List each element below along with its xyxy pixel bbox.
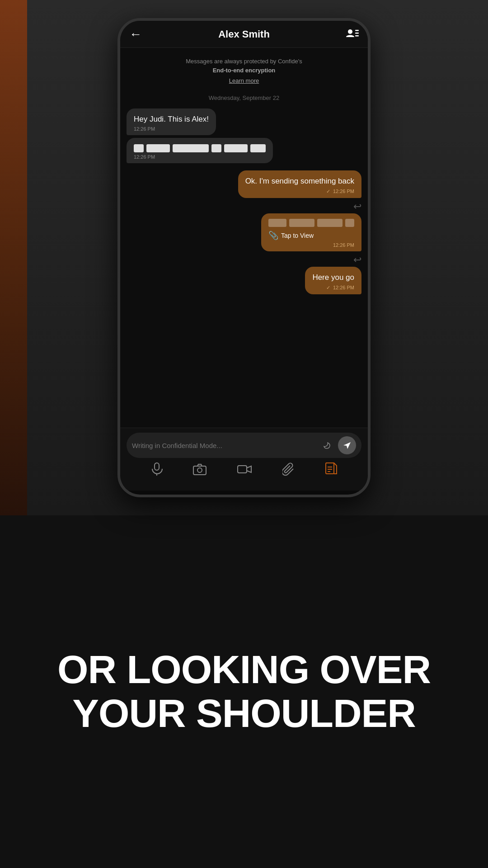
encryption-notice: Messages are always protected by Confide… xyxy=(120,48,368,90)
redacted-brown-3 xyxy=(317,219,343,227)
redacted-block-6 xyxy=(250,144,266,152)
redacted-block-2 xyxy=(146,144,170,152)
redacted-brown-1 xyxy=(268,219,286,227)
redacted-block-1 xyxy=(134,144,144,152)
svg-rect-6 xyxy=(193,466,206,475)
input-row xyxy=(127,433,361,458)
redacted-blocks-incoming xyxy=(134,144,266,152)
contact-name: Alex Smith xyxy=(218,28,270,40)
paperclip-icon: 📎 xyxy=(268,231,278,241)
svg-point-0 xyxy=(348,29,352,34)
attachment-icon[interactable] xyxy=(282,462,295,479)
msg-time-redacted-incoming: 12:26 PM xyxy=(134,154,266,160)
message-outgoing-here: Here you go ✓ 12:26 PM xyxy=(305,267,361,294)
camera-photo-icon[interactable] xyxy=(193,463,206,478)
video-camera-icon[interactable] xyxy=(237,464,252,477)
profile-menu-icon[interactable] xyxy=(346,28,359,40)
tap-to-view-label: Tap to View xyxy=(281,232,314,239)
redacted-brown-4 xyxy=(345,219,354,227)
msg-time-tap: 12:26 PM xyxy=(268,242,354,248)
bottom-section: OR LOOKING OVER YOUR SHOULDER xyxy=(0,515,488,868)
app-background: ← Alex Smith xyxy=(0,0,488,868)
bubble-brown-here: Here you go ✓ 12:26 PM xyxy=(305,267,361,294)
message-incoming-1: Hey Judi. This is Alex! 12:26 PM xyxy=(127,108,216,136)
svg-rect-1 xyxy=(355,30,359,31)
redacted-block-3 xyxy=(173,144,209,152)
tap-to-view-bubble[interactable]: 📎 Tap to View 12:26 PM xyxy=(261,213,361,251)
top-section: ← Alex Smith xyxy=(0,0,488,515)
send-button[interactable] xyxy=(338,436,356,454)
msg-time-here: ✓ 12:26 PM xyxy=(312,285,354,291)
msg-time-outgoing-1: ✓ 12:26 PM xyxy=(245,189,354,194)
confide-file-icon[interactable] xyxy=(325,462,337,479)
back-button[interactable]: ← xyxy=(129,27,142,42)
redacted-blocks-outgoing xyxy=(268,219,354,227)
msg-text-here: Here you go xyxy=(312,272,354,283)
reply-arrow-1: ↩ xyxy=(353,201,361,212)
message-input[interactable] xyxy=(132,442,315,449)
confidential-mode-button[interactable] xyxy=(319,438,334,453)
msg-text-outgoing-1: Ok. I'm sending something back xyxy=(245,176,354,187)
bottom-line1: OR LOOKING OVER xyxy=(57,647,431,692)
redacted-brown-2 xyxy=(289,219,314,227)
bubble-dark-1: Hey Judi. This is Alex! 12:26 PM xyxy=(127,108,216,136)
reply-arrow-2: ↩ xyxy=(353,254,361,266)
svg-rect-3 xyxy=(355,35,359,37)
redacted-bubble-incoming: 12:26 PM xyxy=(127,138,273,163)
svg-rect-8 xyxy=(238,466,247,473)
check-icon-2: ✓ xyxy=(326,285,330,290)
svg-point-7 xyxy=(197,468,202,472)
phone-mockup: ← Alex Smith xyxy=(117,18,371,497)
bottom-line2: YOUR SHOULDER xyxy=(72,691,416,736)
message-outgoing-here-wrapper: ↩ Here you go ✓ 12:26 PM xyxy=(127,254,361,294)
date-separator: Wednesday, September 22 xyxy=(120,94,368,101)
encryption-line2: End-to-end encryption xyxy=(213,67,276,74)
chat-header: ← Alex Smith xyxy=(120,21,368,48)
encryption-line1: Messages are always protected by Confide… xyxy=(186,58,302,65)
microphone-icon[interactable] xyxy=(151,462,163,479)
left-accent-bar xyxy=(0,0,27,515)
msg-text-1: Hey Judi. This is Alex! xyxy=(134,114,209,125)
svg-rect-9 xyxy=(326,463,334,474)
bottom-headline: OR LOOKING OVER YOUR SHOULDER xyxy=(30,648,458,736)
check-icon-1: ✓ xyxy=(326,189,330,194)
tap-to-view-row: 📎 Tap to View xyxy=(268,231,354,241)
reply-row-1: ↩ xyxy=(353,201,361,212)
bubble-brown-1: Ok. I'm sending something back ✓ 12:26 P… xyxy=(238,170,361,198)
chat-area: Messages are always protected by Confide… xyxy=(120,48,368,428)
bottom-toolbar xyxy=(127,458,361,486)
redacted-block-4 xyxy=(211,144,221,152)
input-area xyxy=(120,428,368,491)
messages-container: Hey Judi. This is Alex! 12:26 PM xyxy=(120,108,368,428)
message-outgoing-tap[interactable]: 📎 Tap to View 12:26 PM xyxy=(261,213,361,251)
message-outgoing-tap-wrapper: ↩ 📎 xyxy=(127,201,361,251)
reply-row-2: ↩ xyxy=(353,254,361,266)
message-incoming-redacted: 12:26 PM xyxy=(127,138,273,163)
redacted-block-5 xyxy=(224,144,248,152)
msg-time-1: 12:26 PM xyxy=(134,126,209,132)
header-icons xyxy=(346,28,359,40)
learn-more-link[interactable]: Learn more xyxy=(134,76,354,85)
svg-rect-4 xyxy=(155,463,159,470)
message-outgoing-1: Ok. I'm sending something back ✓ 12:26 P… xyxy=(238,170,361,198)
svg-rect-2 xyxy=(355,33,359,34)
